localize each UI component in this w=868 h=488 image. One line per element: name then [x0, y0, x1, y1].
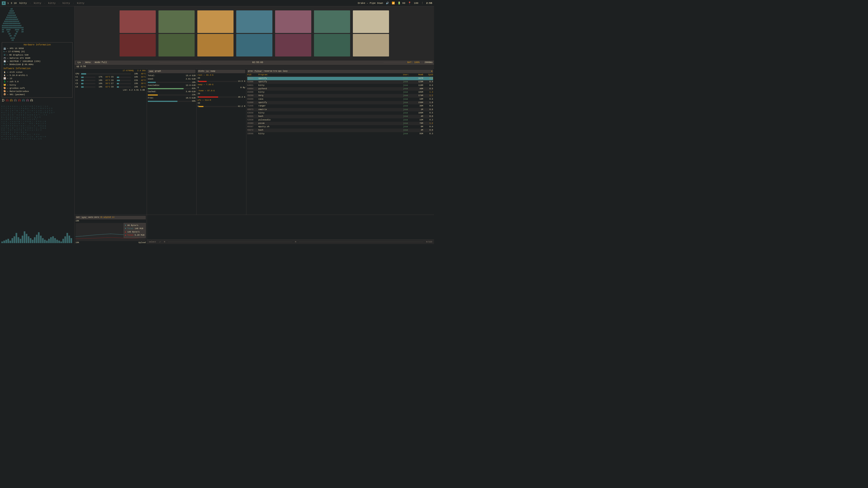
process-count: 0/223	[426, 241, 432, 243]
bat-status: BAT: 100%	[407, 61, 420, 64]
table-row[interactable]: 26269 Xorg jose 174M 1.2	[247, 94, 433, 97]
cmatrix-area: U Z ( 5 k G G h ; s Y 0 7 S R ^ C m I ! …	[0, 104, 74, 230]
table-row[interactable]: 26303 picom jose 70M 1.2	[247, 122, 433, 125]
mem-avail-row: Available: 12.6-GiB	[148, 84, 195, 87]
table-row[interactable]: 65008 kitty jose 105M 1.3	[247, 91, 433, 94]
cpu-sort-tab[interactable]: cpu lazy	[278, 70, 287, 73]
htop-mode[interactable]: mode:full	[94, 61, 108, 64]
color-swatch-pair	[353, 10, 389, 57]
mem-graph-tab[interactable]: graph	[155, 70, 161, 73]
swap-tab[interactable]: swap	[211, 70, 215, 73]
table-row[interactable]: 52030 pulseaudio jose 15M 0.2	[247, 119, 433, 122]
cava-bar	[66, 233, 68, 243]
cava-bar	[64, 236, 66, 243]
proc-tab[interactable]: proc	[248, 70, 253, 73]
zero-tab[interactable]: zero	[94, 216, 99, 219]
filter-tab[interactable]: filter	[254, 70, 263, 73]
cpu-panel: i7-6700HQ 2.4 GHz CPU 10% 49°C	[74, 69, 147, 215]
disk-efi-label: efi — 514-M	[197, 99, 245, 101]
wm-icon: 🪟	[3, 77, 6, 80]
table-row[interactable]: 82321 bash jose 4M 0.0	[247, 115, 433, 118]
table-row[interactable]: 64921 kitty jose 110M 0.6	[247, 84, 433, 87]
cava-bar	[44, 240, 46, 243]
proc-column-headers: Pid: Program: User: MemB Cpu%	[247, 74, 433, 76]
topbar-left: A 1 3 10 kitty · kitty · kitty · kitty ·…	[2, 1, 355, 5]
select-label[interactable]: select	[149, 241, 156, 243]
table-row[interactable]: 53021 spotify jose 347M 2.9	[247, 77, 433, 80]
tab-kitty-active[interactable]: kitty	[19, 2, 28, 4]
color-swatch-pair	[236, 10, 272, 57]
table-row[interactable]: 63658 kitty jose 100M 0.5	[247, 111, 433, 115]
table-row[interactable]: 85507 mputty.sh jose 0M 0.0	[247, 125, 433, 129]
ghost-icon-2: ᗣ	[10, 98, 13, 103]
sync-tab[interactable]: sync	[81, 216, 88, 219]
table-row[interactable]: 65689 cava jose 10M 0.6	[247, 98, 433, 101]
table-row[interactable]: 84804 python3 jose 40M 0.5	[247, 87, 433, 91]
auto-tab[interactable]: auto	[88, 216, 93, 219]
mem-tab[interactable]: mem	[149, 70, 154, 73]
cava-bar	[7, 239, 9, 243]
cava-bar	[13, 236, 15, 243]
cava-bar	[20, 239, 21, 243]
cava-bar	[48, 239, 50, 243]
disk-root-label: root — 66.3-G	[197, 74, 245, 76]
net-y-axis-top: 10K	[75, 220, 146, 222]
color-swatch-pair	[120, 10, 156, 57]
bottom-panels-row: net sync auto zero <b wlp2s0 n> 10K	[74, 215, 434, 244]
color-swatch-bottom	[353, 34, 389, 57]
cava-bar	[32, 240, 33, 243]
workspace-num1[interactable]: 1	[7, 2, 9, 4]
table-row[interactable]: 51888 spotify jose 238M 1.0	[247, 101, 433, 104]
pacman-icon: ᗤ	[2, 98, 4, 103]
h-key[interactable]: H	[164, 241, 165, 243]
table-row[interactable]: 55672 bash jose 4M 0.0	[247, 129, 433, 132]
hw-res: 🖥 — 3840x2160 @ 60.00Hz	[3, 63, 71, 66]
net-panel: net sync auto zero <b wlp2s0 n> 10K	[74, 215, 147, 244]
mem-panel-header: mem graph	[148, 70, 195, 73]
cava-bar	[3, 240, 5, 243]
clock: 2:55	[426, 2, 432, 4]
io-tab[interactable]: io	[205, 70, 210, 73]
workspace-icon[interactable]: A	[2, 1, 6, 5]
disks-tab[interactable]: disks	[198, 70, 204, 73]
volume-icon[interactable]: 🔊	[386, 2, 389, 4]
htop-time: 02:55:03	[252, 61, 263, 64]
uptime-bar: up 0:56	[74, 65, 434, 69]
cava-bar	[68, 236, 70, 243]
reverse-tab[interactable]: reverse	[264, 70, 272, 73]
h-key-2[interactable]: H	[295, 241, 296, 243]
cava-bar	[62, 239, 64, 243]
table-row[interactable]: 33566 kitty jose 95M 0.3	[247, 132, 433, 135]
table-row[interactable]: 51906 spotify jose 129M 0.6	[247, 80, 433, 84]
cpu-c2c6-row: C2 18% 42°C C6 21% 42°C	[75, 79, 146, 82]
color-swatch-top	[314, 10, 350, 33]
hw-machine: 💻 — XPS 15 9550	[3, 47, 71, 50]
color-swatch-top	[236, 10, 272, 33]
cava-bar	[9, 240, 11, 243]
htop-tab-menu[interactable]: menu	[84, 61, 92, 64]
cava-bar	[34, 237, 35, 243]
wifi-icon: 📶	[392, 2, 395, 4]
cava-bar	[24, 231, 25, 243]
cava-bar	[40, 236, 41, 243]
scroll-indicator[interactable]: ▲	[431, 70, 432, 73]
main-container: ## #### ###### ######## ########## #####…	[0, 6, 434, 244]
color-swatch-top	[197, 10, 234, 33]
hw-title: Hardware Information	[3, 43, 71, 46]
color-swatch-top	[120, 10, 156, 33]
cpu-c1c5-row: C1 17% 44°C C5 16% 44°C	[75, 75, 146, 78]
cava-visualizer	[0, 230, 74, 244]
ghost-icon-3: ᗣ	[14, 98, 17, 103]
tab-kitty-3[interactable]: kitty	[47, 2, 57, 4]
menu-icon[interactable]: ⋮	[421, 2, 424, 4]
tab-kitty-4[interactable]: kitty	[62, 2, 71, 4]
tab-kitty-2[interactable]: kitty	[33, 2, 42, 4]
table-row[interactable]: 68973 cmatrix jose 1M 0.6	[247, 108, 433, 111]
color-swatch-pair	[314, 10, 350, 57]
net-tab[interactable]: net	[76, 216, 80, 219]
tree-tab[interactable]: tre	[273, 70, 277, 73]
htop-tab-cpu[interactable]: cpu	[76, 61, 82, 64]
table-row[interactable]: 71445 ranger jose 30M 0.0	[247, 104, 433, 108]
tab-kitty-5[interactable]: kitty	[76, 2, 85, 4]
sw-section-title: Software Information	[3, 67, 71, 70]
